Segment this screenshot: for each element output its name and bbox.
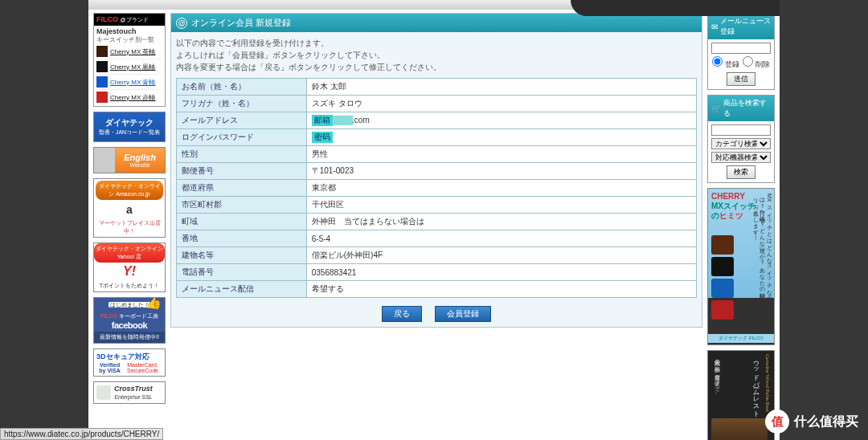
field-value: 東京都 [306,180,696,197]
radio-delete[interactable]: 削除 [743,56,770,70]
device-select[interactable]: 対応機器検索 [711,152,771,163]
field-label: ログインパスワード [177,129,307,146]
ssl-seal-icon [96,385,111,400]
table-row: 郵便番号〒101-0023 [177,163,697,180]
registration-panel: @ オンライン会員 新規登録 以下の内容でご利用登録を受け付けます。よろしければ… [170,13,702,328]
field-value: 0356883421 [306,264,696,281]
field-label: フリガナ（姓・名） [177,96,307,112]
field-label: 建物名等 [177,247,307,264]
amazon-logo-icon: a [96,200,163,219]
cart-icon: 🛒 [711,104,721,113]
brand-header: FILCO FILCO @ブランド@ブランド [94,14,165,26]
panel-header: @ オンライン会員 新規登録 [171,14,702,32]
field-value: スズキ タロウ [306,96,696,112]
search-button[interactable]: 検索 [727,165,755,179]
field-label: 郵便番号 [177,163,307,180]
mailnews-email-input[interactable] [711,43,771,54]
field-label: メールアドレス [177,112,307,129]
field-value: 偕楽ビル(外神田)4F [306,247,696,264]
thumbs-up-icon: 👍 [145,297,162,310]
table-row: 町域外神田 当てはまらない場合は [177,214,697,230]
mailnews-submit-button[interactable]: 送信 [727,72,755,86]
visa-logo-icon: Verified by VISA [96,362,123,373]
mailnews-box: ✉メールニュース登録 登録 削除 送信 [707,13,775,90]
cherry-ad-banner[interactable]: CHERRYMXスイッチののヒミツヒミツ MXスイッチとはどんなスイッチなの？ … [707,188,775,345]
field-value: 外神田 当てはまらない場合は [306,214,696,230]
field-label: 町域 [177,214,307,230]
table-row: ログインパスワード密码 [177,129,697,146]
field-label: 電話番号 [177,264,307,281]
brown-switch-icon [711,235,734,255]
category-select[interactable]: カテゴリ検索 [711,138,771,149]
majestouch-sub: キースイッチ別一覧 [96,35,162,44]
mail-icon: ✉ [711,22,718,31]
field-label: 番地 [177,230,307,247]
keyswitch-icon [96,61,108,72]
browser-status-bar: https://www.diatec.co.jp/products/CHERRY… [0,428,163,440]
keyswitch-icon [96,76,108,88]
table-row: 電話番号0356883421 [177,264,697,281]
table-row: メールニュース配信希望する [177,281,697,298]
intro-text: 以下の内容でご利用登録を受け付けます。よろしければ「会員登録」ボタンをクリックし… [176,37,697,73]
mastercard-logo-icon: MasterCard. SecureCode [123,362,162,373]
field-label: 性別 [177,146,307,163]
yahoo-banner[interactable]: ダイヤテック・オンライン Yahoo! 店 Y! Tポイントをためよう！ [93,242,166,292]
search-box: 🛒商品を検索する カテゴリ検索 対応機器検索 検索 [707,95,775,183]
english-banner[interactable]: EnglishWebsite [93,147,166,173]
switch-link[interactable]: Cherry MX 茶軸 [96,44,162,59]
table-row: 性別男性 [177,146,697,163]
person-image [94,148,115,173]
smzdm-watermark: 值 什么值得买 [765,409,858,434]
field-value: 希望する [306,281,696,298]
red-switch-icon [711,300,734,320]
top-banner-strip [88,0,780,10]
register-button[interactable]: 会員登録 [435,306,491,322]
table-row: 都道府県東京都 [177,180,697,197]
field-value: 〒101-0023 [306,163,696,180]
radio-register[interactable]: 登録 [712,56,739,70]
field-value: 密码 [306,129,696,146]
keyswitch-icon [96,46,108,57]
amazon-banner[interactable]: ダイヤテック・オンライン Amazon.co.jp a マーケットプレイス出店中… [93,178,166,238]
black-switch-icon [711,257,734,276]
table-row: お名前（姓・名）鈴木 太郎 [177,79,697,96]
diatec-banner[interactable]: ダイヤテック 型番・JANコード一覧表 [93,112,166,142]
search-keyword-input[interactable] [711,124,771,136]
field-value: 6-5-4 [306,230,696,247]
crosstrust-banner[interactable]: CrossTrustEnterprise SSL [93,381,166,404]
table-row: 市区町村郡千代田区 [177,197,697,214]
back-button[interactable]: 戻る [382,306,422,322]
table-row: 建物名等偕楽ビル(外神田)4F [177,247,697,264]
blue-switch-icon [711,279,734,298]
field-value: 邮箱████.com [306,112,696,129]
keyswitch-icon [96,92,108,103]
field-label: 都道府県 [177,180,307,197]
table-row: 番地6-5-4 [177,230,697,247]
table-row: フリガナ（姓・名）スズキ タロウ [177,96,697,112]
field-value: 千代田区 [306,197,696,214]
switch-link[interactable]: Cherry MX 青軸 [96,75,162,90]
at-icon: @ [176,18,187,29]
facebook-banner[interactable]: 👍 はじめました！ FILCO FILCO キーボード工房キーボード工房 fac… [93,297,166,344]
brand-box: FILCO FILCO @ブランド@ブランド Majestouch キースイッチ… [93,13,166,107]
switch-link[interactable]: Cherry MX 赤軸 [96,90,162,104]
field-value: 鈴木 太郎 [306,79,696,96]
switch-link[interactable]: Cherry MX 黒軸 [96,59,162,75]
smzdm-logo-icon: 值 [765,409,789,434]
palmrest-image [711,418,768,440]
3dsecure-banner[interactable]: 3Dセキュア対応 Verified by VISA MasterCard. Se… [93,348,166,377]
field-label: メールニュース配信 [177,281,307,298]
field-label: 市区町村郡 [177,197,307,214]
yahoo-logo-icon: Y! [94,263,165,280]
confirmation-table: お名前（姓・名）鈴木 太郎フリガナ（姓・名）スズキ タロウメールアドレス邮箱██… [176,78,697,298]
field-label: お名前（姓・名） [177,79,307,96]
majestouch-title: Majestouch [96,27,162,35]
field-value: 男性 [306,146,696,163]
table-row: メールアドレス邮箱████.com [177,112,697,129]
